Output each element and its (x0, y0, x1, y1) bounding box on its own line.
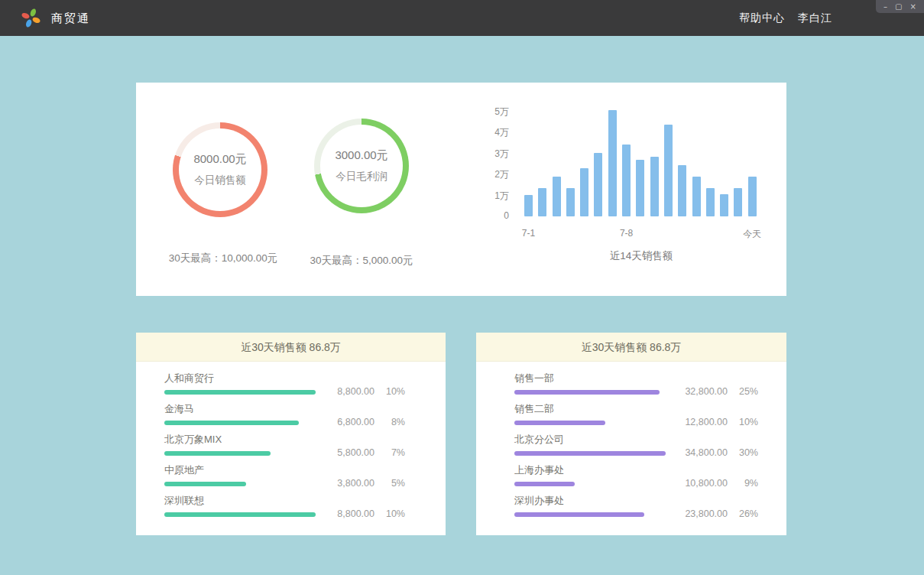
y-axis-tick: 2万 (489, 168, 509, 181)
x-axis-tick: 7-1 (522, 228, 535, 239)
list-item: 深圳办事处23,800.0026% (514, 495, 758, 525)
chart-bar (608, 110, 617, 216)
list-item-amount: 32,800.00 (669, 386, 728, 397)
list-item-amount: 3,800.00 (316, 478, 374, 489)
chart-bar (720, 194, 728, 216)
departments-list: 销售一部32,800.0025%销售二部12,800.0010%北京分公司34,… (476, 362, 786, 525)
bar-chart-title: 近14天销售额 (524, 249, 758, 263)
profit-donut-value: 3000.00元 (335, 148, 387, 163)
customers-card: 近30天销售额 86.8万 人和商贸行8,800.0010%金海马6,800.0… (136, 333, 446, 535)
customers-card-header: 近30天销售额 86.8万 (136, 333, 446, 362)
list-item: 金海马6,800.008% (164, 403, 405, 434)
profit-30day-max: 30天最高：5,000.00元 (277, 254, 446, 268)
list-item-amount: 5,800.00 (316, 447, 374, 458)
list-item-name: 金海马 (164, 403, 405, 415)
list-item-value: 10,800.009% (669, 478, 758, 489)
list-item: 深圳联想8,800.0010% (164, 495, 405, 525)
list-item-name: 深圳联想 (164, 495, 405, 507)
y-axis-tick: 1万 (489, 190, 509, 203)
app-title: 商贸通 (51, 0, 90, 36)
sales-donut-value: 8000.00元 (193, 152, 246, 167)
bar-chart: 01万2万3万4万5万 7-17-8今天 近14天销售额 (489, 106, 780, 278)
minimize-icon[interactable]: – (883, 1, 887, 12)
chart-bar (678, 165, 686, 216)
list-item: 北京万象MIX5,800.007% (164, 434, 405, 464)
summary-card: 8000.00元 今日销售额 30天最高：10,000.00元 3000.00元… (136, 83, 786, 296)
list-item-name: 北京万象MIX (164, 434, 405, 446)
sales-donut-ring: 8000.00元 今日销售额 (173, 122, 267, 217)
y-axis-tick: 0 (489, 210, 509, 221)
maximize-icon[interactable]: ▢ (895, 1, 902, 12)
user-name-link[interactable]: 李白江 (798, 0, 832, 36)
list-item-name: 中原地产 (164, 464, 405, 476)
list-item-value: 3,800.005% (316, 478, 405, 489)
chart-bar (650, 157, 659, 216)
list-item-percent: 8% (374, 417, 405, 427)
pinwheel-logo-icon (20, 7, 42, 29)
list-item-percent: 5% (374, 478, 405, 489)
list-item-amount: 8,800.00 (316, 508, 374, 519)
list-item-name: 销售一部 (514, 372, 758, 385)
x-axis-tick: 7-8 (620, 228, 633, 239)
help-center-link[interactable]: 帮助中心 (739, 0, 785, 36)
chart-bar (748, 177, 757, 216)
list-item-bar (514, 451, 666, 456)
sales-donut-label: 今日销售额 (194, 174, 246, 187)
profit-donut-ring: 3000.00元 今日毛利润 (314, 119, 409, 213)
x-axis-tick: 今天 (743, 228, 761, 241)
chart-bar (538, 188, 546, 216)
list-item: 北京分公司34,800.0030% (514, 434, 758, 464)
list-item-bar (514, 482, 575, 486)
list-item: 销售二部12,800.0010% (514, 403, 758, 434)
list-item-percent: 10% (374, 508, 405, 519)
list-item-name: 深圳办事处 (514, 495, 758, 507)
list-item-amount: 8,800.00 (316, 386, 374, 397)
list-item: 中原地产3,800.005% (164, 464, 405, 495)
departments-card: 近30天销售额 86.8万 销售一部32,800.0025%销售二部12,800… (476, 333, 786, 535)
list-item-percent: 10% (374, 386, 405, 397)
list-item-value: 12,800.0010% (669, 417, 758, 427)
list-item-bar (164, 482, 246, 486)
list-item-name: 人和商贸行 (164, 372, 405, 385)
list-item-amount: 10,800.00 (669, 478, 728, 489)
list-item-name: 北京分公司 (514, 434, 758, 446)
chart-bar (636, 160, 644, 216)
list-item-amount: 23,800.00 (669, 508, 728, 519)
list-item-value: 23,800.0026% (669, 508, 758, 519)
y-axis-tick: 4万 (489, 126, 509, 139)
list-item-percent: 26% (728, 508, 758, 519)
list-item-bar (514, 390, 660, 395)
list-item-value: 32,800.0025% (669, 386, 758, 397)
chart-bar (553, 177, 561, 216)
app-window: 商贸通 帮助中心 李白江 – ▢ × 8000.00元 今日销售额 30天最高：… (0, 0, 924, 575)
chart-bar (664, 125, 673, 216)
list-item-percent: 25% (728, 386, 758, 397)
list-item-name: 上海办事处 (514, 464, 758, 476)
list-item-percent: 30% (728, 447, 758, 458)
list-item-percent: 10% (728, 417, 758, 427)
list-item-value: 6,800.008% (316, 417, 405, 427)
list-item-amount: 34,800.00 (669, 447, 728, 458)
chart-bar (692, 177, 701, 216)
list-item-bar (164, 421, 299, 425)
list-item-name: 销售二部 (514, 403, 758, 415)
list-item-value: 8,800.0010% (316, 386, 405, 397)
list-item-amount: 12,800.00 (669, 417, 728, 427)
window-controls: – ▢ × (876, 0, 924, 13)
list-item-bar (514, 421, 605, 425)
list-item: 人和商贸行8,800.0010% (164, 372, 405, 403)
list-item-amount: 6,800.00 (316, 417, 374, 427)
customers-list: 人和商贸行8,800.0010%金海马6,800.008%北京万象MIX5,80… (136, 362, 446, 525)
list-item-percent: 9% (728, 478, 758, 489)
chart-bar (706, 188, 715, 216)
list-item: 上海办事处10,800.009% (514, 464, 758, 495)
chart-bar (580, 168, 588, 216)
profit-donut-label: 今日毛利润 (336, 170, 387, 184)
list-item-bar (514, 512, 644, 517)
y-axis-tick: 3万 (489, 148, 509, 161)
close-icon[interactable]: × (910, 1, 916, 12)
titlebar: 商贸通 帮助中心 李白江 – ▢ × (0, 0, 924, 36)
list-item-value: 5,800.007% (316, 447, 405, 458)
list-item-bar (164, 451, 271, 456)
y-axis-tick: 5万 (489, 106, 509, 119)
